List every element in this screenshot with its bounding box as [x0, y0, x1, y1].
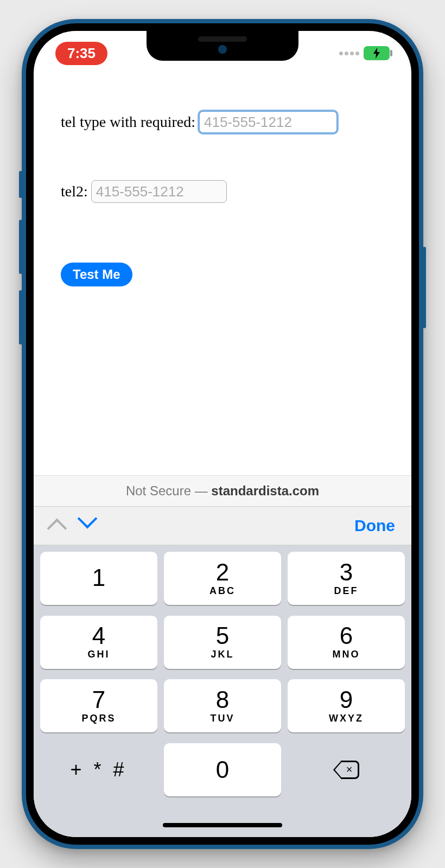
- keypad-5-button[interactable]: 5JKL: [164, 616, 281, 669]
- tel2-label: tel2:: [61, 183, 88, 200]
- recording-time-pill[interactable]: 7:35: [55, 42, 107, 65]
- notch: [147, 31, 298, 61]
- tel2-field[interactable]: [91, 180, 227, 203]
- security-status-text: Not Secure —: [126, 483, 211, 498]
- power-button: [423, 247, 426, 328]
- tel-required-label: tel type with required:: [61, 113, 195, 131]
- prev-field-chevron-icon: [47, 519, 67, 539]
- screen: 7:35 tel type with required: tel2:: [34, 31, 411, 837]
- keypad-padding: [34, 800, 411, 837]
- next-field-chevron-icon[interactable]: [78, 509, 98, 529]
- keypad-7-button[interactable]: 7PQRS: [40, 679, 157, 732]
- keypad-2-button[interactable]: 2ABC: [164, 552, 281, 605]
- battery-charging-icon: [364, 46, 390, 60]
- keyboard-accessory-bar: Done: [34, 506, 411, 545]
- cellular-signal-icon: [339, 52, 359, 55]
- test-me-button[interactable]: Test Me: [61, 263, 132, 286]
- phone-device-frame: 7:35 tel type with required: tel2:: [22, 19, 423, 849]
- backspace-icon: ×: [333, 761, 359, 779]
- volume-down-button: [19, 290, 22, 344]
- keypad-0-button[interactable]: 0: [164, 743, 281, 796]
- web-content: tel type with required: tel2: Test Me: [34, 70, 411, 475]
- speaker-grille: [198, 36, 247, 42]
- domain-text: standardista.com: [211, 483, 319, 498]
- keypad-symbols-button[interactable]: + * #: [40, 743, 157, 796]
- keypad-3-button[interactable]: 3DEF: [288, 552, 405, 605]
- keypad-8-button[interactable]: 8TUV: [164, 679, 281, 732]
- address-bar[interactable]: Not Secure — standardista.com: [34, 475, 411, 506]
- done-button[interactable]: Done: [354, 516, 395, 535]
- volume-up-button: [19, 220, 22, 274]
- keypad-6-button[interactable]: 6MNO: [288, 616, 405, 669]
- numeric-keypad: 1 2ABC 3DEF 4GHI 5JKL 6MNO 7PQRS 8TUV 9W…: [34, 545, 411, 800]
- keypad-4-button[interactable]: 4GHI: [40, 616, 157, 669]
- keypad-9-button[interactable]: 9WXYZ: [288, 679, 405, 732]
- keypad-1-button[interactable]: 1: [40, 552, 157, 605]
- front-camera-icon: [218, 45, 227, 54]
- mute-switch: [19, 171, 22, 198]
- tel-required-field[interactable]: [199, 111, 338, 133]
- keypad-backspace-button[interactable]: ×: [288, 743, 405, 796]
- home-indicator[interactable]: [163, 823, 282, 827]
